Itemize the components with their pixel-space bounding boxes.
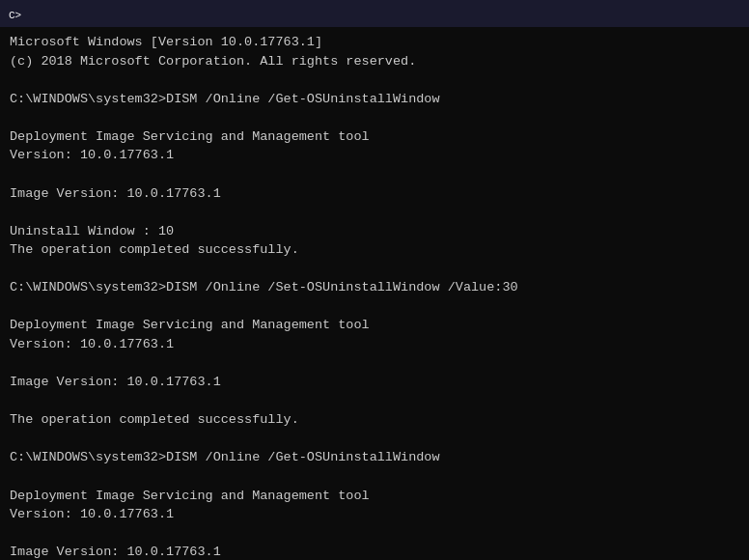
- terminal-line: [10, 260, 739, 279]
- terminal-line: [10, 165, 739, 184]
- terminal-line: [10, 108, 739, 127]
- terminal-line: [10, 430, 739, 449]
- terminal-line: Microsoft Windows [Version 10.0.17763.1]: [10, 33, 739, 52]
- cmd-icon: C>: [8, 6, 23, 21]
- terminal-line: Image Version: 10.0.17763.1: [10, 373, 739, 392]
- command-prompt-window: C> Microsoft Windows [Version 10.0.17763…: [0, 0, 749, 560]
- terminal-line: C:\WINDOWS\system32>DISM /Online /Get-OS…: [10, 90, 739, 109]
- terminal-line: Image Version: 10.0.17763.1: [10, 543, 739, 560]
- terminal-line: Deployment Image Servicing and Managemen…: [10, 487, 739, 506]
- terminal-line: Version: 10.0.17763.1: [10, 146, 739, 165]
- terminal-line: [10, 524, 739, 544]
- terminal-line: [10, 354, 739, 374]
- terminal-line: C:\WINDOWS\system32>DISM /Online /Set-OS…: [10, 278, 739, 297]
- terminal-line: Deployment Image Servicing and Managemen…: [10, 316, 739, 335]
- terminal-line: Version: 10.0.17763.1: [10, 505, 739, 524]
- title-bar: C>: [0, 0, 749, 27]
- terminal-line: Image Version: 10.0.17763.1: [10, 184, 739, 204]
- terminal-line: [10, 203, 739, 222]
- terminal-line: Deployment Image Servicing and Managemen…: [10, 127, 739, 147]
- terminal-line: (c) 2018 Microsoft Corporation. All righ…: [10, 52, 739, 71]
- terminal-line: Uninstall Window : 10: [10, 222, 739, 241]
- terminal-line: The operation completed successfully.: [10, 240, 739, 260]
- terminal-line: The operation completed successfully.: [10, 410, 739, 430]
- svg-text:C>: C>: [9, 10, 21, 21]
- terminal-line: C:\WINDOWS\system32>DISM /Online /Get-OS…: [10, 448, 739, 467]
- terminal-line: [10, 297, 739, 317]
- terminal-line: [10, 70, 739, 90]
- terminal-line: Version: 10.0.17763.1: [10, 335, 739, 354]
- terminal-body[interactable]: Microsoft Windows [Version 10.0.17763.1]…: [0, 27, 749, 560]
- terminal-line: [10, 392, 739, 411]
- terminal-line: [10, 467, 739, 487]
